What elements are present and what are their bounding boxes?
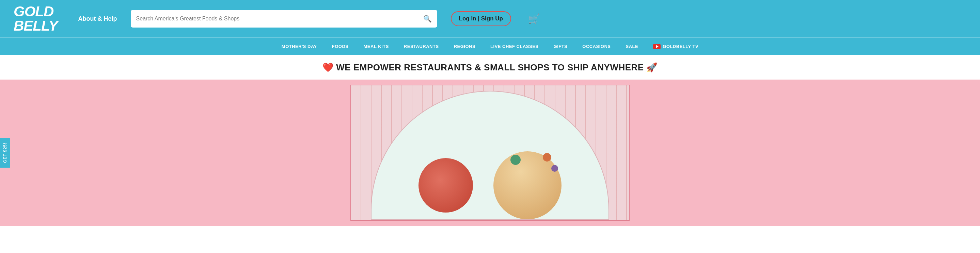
top-header: GOLD BELLY About & Help 🔍 Log In | Sign … bbox=[0, 0, 980, 37]
topping-3 bbox=[551, 165, 558, 172]
nav-item-live-chef-classes[interactable]: LIVE CHEF CLASSES bbox=[483, 38, 546, 55]
hero-image-area bbox=[350, 85, 630, 221]
about-help-link[interactable]: About & Help bbox=[78, 15, 117, 22]
food-item-right bbox=[493, 151, 562, 219]
search-bar: 🔍 bbox=[131, 10, 437, 28]
nav-item-restaurants[interactable]: RESTAURANTS bbox=[396, 38, 446, 55]
side-tab-promo[interactable]: GET $25! bbox=[0, 138, 10, 168]
food-item-left bbox=[418, 158, 473, 212]
logo-bottom: BELLY bbox=[14, 19, 58, 33]
promo-banner: ❤️ WE EMPOWER RESTAURANTS & SMALL SHOPS … bbox=[0, 55, 980, 79]
search-icon[interactable]: 🔍 bbox=[423, 14, 432, 23]
nav-bar: MOTHER'S DAY FOODS MEAL KITS RESTAURANTS… bbox=[0, 37, 980, 55]
banner-text: ❤️ WE EMPOWER RESTAURANTS & SMALL SHOPS … bbox=[323, 62, 657, 73]
auth-button[interactable]: Log In | Sign Up bbox=[451, 11, 511, 26]
nav-item-gifts[interactable]: GIFTS bbox=[546, 38, 575, 55]
hero-arch bbox=[371, 91, 609, 220]
nav-item-occasions[interactable]: OCCASIONS bbox=[575, 38, 618, 55]
nav-item-sale[interactable]: SALE bbox=[618, 38, 646, 55]
nav-item-goldbelly-tv[interactable]: GOLDBELLY TV bbox=[646, 38, 706, 55]
logo[interactable]: GOLD BELLY bbox=[14, 5, 58, 33]
search-input[interactable] bbox=[136, 16, 423, 22]
topping-2 bbox=[543, 153, 551, 161]
logo-top: GOLD bbox=[14, 5, 58, 19]
cart-icon[interactable]: 🛒 bbox=[528, 13, 540, 24]
nav-item-meal-kits[interactable]: MEAL KITS bbox=[356, 38, 396, 55]
nav-item-regions[interactable]: REGIONS bbox=[446, 38, 483, 55]
nav-item-mothers-day[interactable]: MOTHER'S DAY bbox=[274, 38, 325, 55]
hero-section: GET $25! bbox=[0, 79, 980, 226]
nav-item-foods[interactable]: FOODS bbox=[325, 38, 356, 55]
youtube-icon bbox=[653, 44, 660, 49]
topping-1 bbox=[511, 155, 521, 165]
